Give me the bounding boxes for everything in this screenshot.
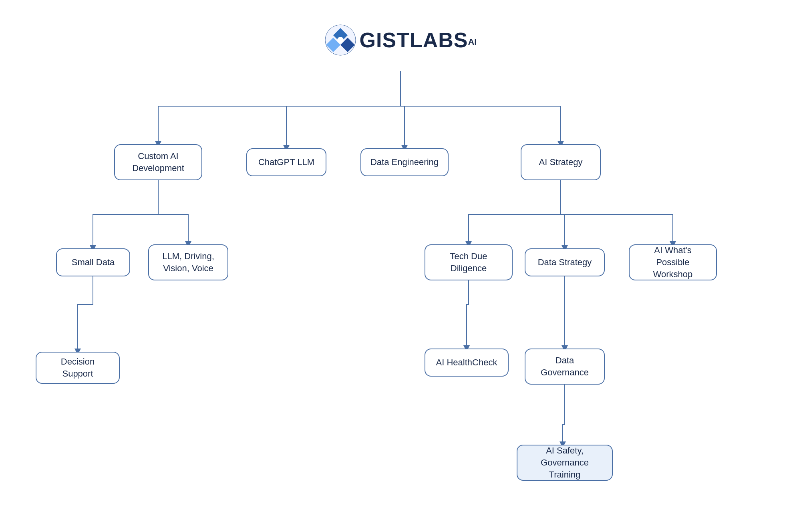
node-llm-driving: LLM, Driving,Vision, Voice — [148, 244, 228, 280]
node-tech-due: Tech Due Diligence — [425, 244, 513, 280]
node-data-governance: DataGovernance — [525, 349, 605, 385]
node-ai-workshop: AI What'sPossible Workshop — [629, 244, 717, 280]
logo-icon — [324, 24, 356, 56]
node-data-eng: Data Engineering — [360, 148, 449, 176]
node-data-strategy: Data Strategy — [525, 248, 605, 276]
svg-point-4 — [337, 37, 344, 43]
logo-area: GISTLABSAI — [324, 24, 477, 56]
node-ai-strategy: AI Strategy — [521, 144, 601, 180]
node-ai-safety: AI Safety,Governance Training — [517, 445, 613, 481]
node-ai-healthcheck: AI HealthCheck — [425, 349, 509, 377]
page-container: GISTLABSAI — [0, 0, 801, 532]
node-custom-ai: Custom AIDevelopment — [114, 144, 202, 180]
logo-text: GISTLABSAI — [360, 28, 477, 52]
node-small-data: Small Data — [56, 248, 130, 276]
node-chatgpt: ChatGPT LLM — [246, 148, 326, 176]
node-decision-support: Decision Support — [36, 352, 120, 384]
